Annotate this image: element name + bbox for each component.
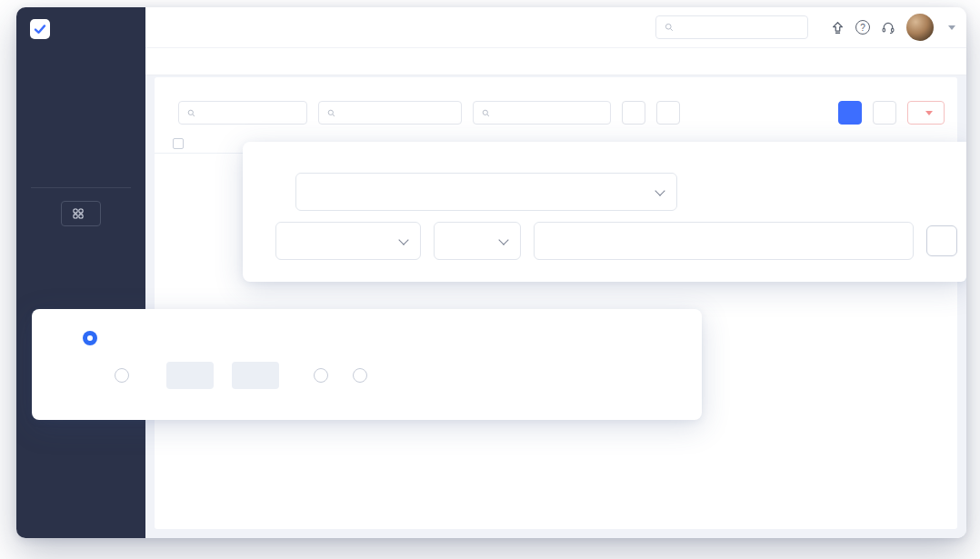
match-mode-select[interactable] bbox=[295, 173, 677, 211]
radio-intercept[interactable] bbox=[83, 331, 97, 345]
audited-mailbox-input[interactable] bbox=[342, 107, 454, 118]
sidebar-spacer bbox=[16, 49, 145, 176]
delete-dropdown-button[interactable] bbox=[907, 101, 945, 125]
select-all-checkbox[interactable] bbox=[173, 138, 184, 149]
chevron-down-icon bbox=[498, 235, 508, 245]
add-condition-button[interactable] bbox=[926, 225, 957, 256]
radio-auto-send[interactable] bbox=[353, 368, 367, 383]
rule-name-input[interactable] bbox=[202, 107, 299, 118]
help-icon[interactable]: ? bbox=[850, 15, 875, 40]
trigger-popover bbox=[32, 309, 702, 420]
minutes-input[interactable] bbox=[232, 362, 279, 389]
chevron-down-icon bbox=[655, 185, 665, 195]
search-icon bbox=[481, 108, 491, 118]
auditor-mailbox-input[interactable] bbox=[496, 107, 603, 118]
chevron-down-icon[interactable] bbox=[948, 25, 955, 30]
global-search-input[interactable] bbox=[680, 22, 800, 33]
sidebar bbox=[16, 7, 145, 538]
chevron-down-icon bbox=[398, 235, 408, 245]
upgrade-icon[interactable] bbox=[825, 15, 850, 40]
app-logo bbox=[16, 7, 145, 49]
trigger-row-1 bbox=[66, 331, 702, 345]
lingxi-logo-icon bbox=[30, 19, 50, 39]
rule-name-filter[interactable] bbox=[178, 101, 307, 125]
question-mark: ? bbox=[855, 20, 870, 35]
condition-intro-row bbox=[275, 173, 966, 211]
hours-input[interactable] bbox=[166, 362, 214, 389]
app-window: ? bbox=[16, 7, 966, 538]
view-all-features-button[interactable] bbox=[61, 201, 101, 226]
user-avatar[interactable] bbox=[906, 14, 934, 41]
search-icon bbox=[186, 108, 196, 118]
create-rule-button[interactable] bbox=[838, 101, 862, 125]
header-checkbox-cell bbox=[173, 138, 191, 149]
screenshot-stage: ? bbox=[0, 0, 980, 559]
topbar: ? bbox=[145, 7, 966, 48]
condition-operator-select[interactable] bbox=[434, 222, 521, 260]
condition-field-select[interactable] bbox=[275, 222, 421, 260]
query-button[interactable] bbox=[622, 101, 645, 125]
radio-wait-review[interactable] bbox=[115, 368, 129, 383]
filter-bar bbox=[155, 90, 957, 134]
headset-icon[interactable] bbox=[875, 15, 901, 40]
grid-icon bbox=[72, 207, 85, 220]
condition-popover bbox=[243, 142, 966, 282]
audited-mailbox-filter[interactable] bbox=[318, 101, 462, 125]
nav-tabbar bbox=[145, 48, 966, 75]
auditor-mailbox-filter[interactable] bbox=[473, 101, 611, 125]
condition-edit-row bbox=[275, 222, 966, 260]
chevron-down-icon bbox=[925, 111, 933, 115]
change-status-button[interactable] bbox=[873, 101, 896, 125]
radio-reject[interactable] bbox=[314, 368, 328, 383]
search-icon bbox=[326, 108, 336, 118]
keyword-input[interactable] bbox=[534, 222, 914, 260]
global-search[interactable] bbox=[655, 15, 808, 39]
clear-filters-button[interactable] bbox=[656, 101, 680, 125]
sub-tabbar bbox=[155, 77, 957, 90]
search-icon bbox=[664, 22, 675, 33]
trigger-row-2 bbox=[66, 362, 702, 389]
sidebar-divider bbox=[31, 187, 131, 188]
